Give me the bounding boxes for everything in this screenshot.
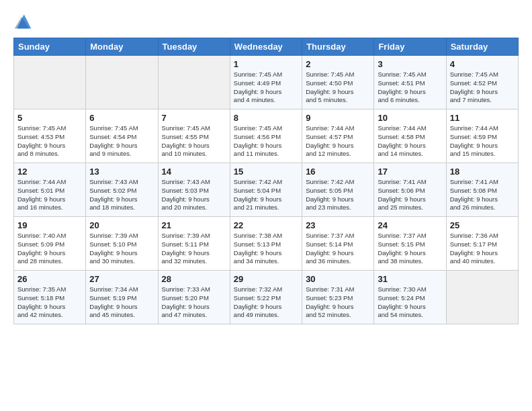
day-number: 24: [378, 220, 442, 230]
calendar-week-4: 19Sunrise: 7:40 AM Sunset: 5:09 PM Dayli…: [14, 217, 519, 271]
calendar-cell: 17Sunrise: 7:41 AM Sunset: 5:06 PM Dayli…: [374, 163, 446, 217]
calendar-cell: 30Sunrise: 7:31 AM Sunset: 5:23 PM Dayli…: [302, 271, 374, 324]
day-number: 9: [306, 113, 370, 123]
calendar-cell: 5Sunrise: 7:45 AM Sunset: 4:53 PM Daylig…: [14, 109, 86, 163]
weekday-header-tuesday: Tuesday: [158, 38, 230, 56]
weekday-header-monday: Monday: [86, 38, 158, 56]
day-number: 26: [17, 274, 82, 284]
weekday-header-row: SundayMondayTuesdayWednesdayThursdayFrid…: [14, 38, 519, 56]
day-number: 13: [89, 167, 154, 177]
day-info: Sunrise: 7:41 AM Sunset: 5:08 PM Dayligh…: [450, 178, 515, 212]
calendar-cell: 19Sunrise: 7:40 AM Sunset: 5:09 PM Dayli…: [14, 217, 86, 271]
calendar-cell: 26Sunrise: 7:35 AM Sunset: 5:18 PM Dayli…: [14, 271, 86, 324]
calendar-cell: [158, 56, 230, 109]
day-info: Sunrise: 7:30 AM Sunset: 5:24 PM Dayligh…: [378, 285, 442, 320]
weekday-header-thursday: Thursday: [302, 38, 374, 56]
calendar-cell: 31Sunrise: 7:30 AM Sunset: 5:24 PM Dayli…: [374, 271, 446, 324]
day-info: Sunrise: 7:45 AM Sunset: 4:54 PM Dayligh…: [89, 124, 154, 158]
calendar-cell: 22Sunrise: 7:38 AM Sunset: 5:13 PM Dayli…: [230, 217, 302, 271]
calendar-cell: 21Sunrise: 7:39 AM Sunset: 5:11 PM Dayli…: [158, 217, 230, 271]
weekday-header-sunday: Sunday: [14, 38, 86, 56]
main-container: SundayMondayTuesdayWednesdayThursdayFrid…: [0, 0, 532, 331]
weekday-header-wednesday: Wednesday: [230, 38, 302, 56]
day-number: 31: [378, 274, 442, 284]
day-info: Sunrise: 7:35 AM Sunset: 5:18 PM Dayligh…: [17, 285, 82, 320]
day-number: 28: [162, 274, 226, 284]
calendar-cell: 28Sunrise: 7:33 AM Sunset: 5:20 PM Dayli…: [158, 271, 230, 324]
day-info: Sunrise: 7:45 AM Sunset: 4:56 PM Dayligh…: [234, 124, 298, 158]
day-number: 30: [306, 274, 370, 284]
weekday-header-friday: Friday: [374, 38, 446, 56]
day-number: 8: [234, 113, 298, 123]
calendar-cell: 10Sunrise: 7:44 AM Sunset: 4:58 PM Dayli…: [374, 109, 446, 163]
day-number: 4: [450, 59, 515, 69]
day-info: Sunrise: 7:37 AM Sunset: 5:14 PM Dayligh…: [306, 232, 370, 266]
day-info: Sunrise: 7:31 AM Sunset: 5:23 PM Dayligh…: [306, 285, 370, 320]
calendar-week-3: 12Sunrise: 7:44 AM Sunset: 5:01 PM Dayli…: [14, 163, 519, 217]
day-number: 15: [234, 167, 298, 177]
day-info: Sunrise: 7:39 AM Sunset: 5:11 PM Dayligh…: [162, 232, 226, 266]
day-info: Sunrise: 7:44 AM Sunset: 5:01 PM Dayligh…: [17, 178, 82, 212]
calendar-cell: 9Sunrise: 7:44 AM Sunset: 4:57 PM Daylig…: [302, 109, 374, 163]
day-info: Sunrise: 7:44 AM Sunset: 4:59 PM Dayligh…: [450, 124, 515, 158]
day-info: Sunrise: 7:45 AM Sunset: 4:49 PM Dayligh…: [234, 71, 298, 105]
calendar-cell: 14Sunrise: 7:43 AM Sunset: 5:03 PM Dayli…: [158, 163, 230, 217]
calendar-cell: 16Sunrise: 7:42 AM Sunset: 5:05 PM Dayli…: [302, 163, 374, 217]
calendar-cell: 18Sunrise: 7:41 AM Sunset: 5:08 PM Dayli…: [446, 163, 518, 217]
day-info: Sunrise: 7:45 AM Sunset: 4:52 PM Dayligh…: [450, 71, 515, 105]
day-number: 6: [89, 113, 154, 123]
day-info: Sunrise: 7:34 AM Sunset: 5:19 PM Dayligh…: [89, 285, 154, 320]
calendar-cell: 20Sunrise: 7:39 AM Sunset: 5:10 PM Dayli…: [86, 217, 158, 271]
day-info: Sunrise: 7:45 AM Sunset: 4:53 PM Dayligh…: [17, 124, 82, 158]
day-number: 10: [378, 113, 442, 123]
calendar-cell: [446, 271, 518, 324]
calendar-cell: 12Sunrise: 7:44 AM Sunset: 5:01 PM Dayli…: [14, 163, 86, 217]
calendar-week-2: 5Sunrise: 7:45 AM Sunset: 4:53 PM Daylig…: [14, 109, 519, 163]
day-number: 20: [89, 220, 154, 230]
calendar-cell: 8Sunrise: 7:45 AM Sunset: 4:56 PM Daylig…: [230, 109, 302, 163]
calendar-week-5: 26Sunrise: 7:35 AM Sunset: 5:18 PM Dayli…: [14, 271, 519, 324]
day-number: 18: [450, 167, 515, 177]
day-number: 2: [306, 59, 370, 69]
calendar-cell: 7Sunrise: 7:45 AM Sunset: 4:55 PM Daylig…: [158, 109, 230, 163]
day-info: Sunrise: 7:44 AM Sunset: 4:57 PM Dayligh…: [306, 124, 370, 158]
calendar-cell: 25Sunrise: 7:36 AM Sunset: 5:17 PM Dayli…: [446, 217, 518, 271]
day-number: 25: [450, 220, 515, 230]
day-number: 11: [450, 113, 515, 123]
day-info: Sunrise: 7:33 AM Sunset: 5:20 PM Dayligh…: [162, 285, 226, 320]
day-info: Sunrise: 7:43 AM Sunset: 5:03 PM Dayligh…: [162, 178, 226, 212]
day-number: 14: [162, 167, 226, 177]
day-number: 17: [378, 167, 442, 177]
calendar-cell: 27Sunrise: 7:34 AM Sunset: 5:19 PM Dayli…: [86, 271, 158, 324]
calendar-cell: 29Sunrise: 7:32 AM Sunset: 5:22 PM Dayli…: [230, 271, 302, 324]
calendar-week-1: 1Sunrise: 7:45 AM Sunset: 4:49 PM Daylig…: [14, 56, 519, 109]
day-number: 22: [234, 220, 298, 230]
day-number: 12: [17, 167, 82, 177]
calendar-cell: [86, 56, 158, 109]
day-info: Sunrise: 7:36 AM Sunset: 5:17 PM Dayligh…: [450, 232, 515, 266]
day-number: 21: [162, 220, 226, 230]
calendar-cell: 24Sunrise: 7:37 AM Sunset: 5:15 PM Dayli…: [374, 217, 446, 271]
calendar-cell: 15Sunrise: 7:42 AM Sunset: 5:04 PM Dayli…: [230, 163, 302, 217]
calendar-table: SundayMondayTuesdayWednesdayThursdayFrid…: [13, 38, 519, 324]
day-number: 1: [234, 59, 298, 69]
calendar-cell: 1Sunrise: 7:45 AM Sunset: 4:49 PM Daylig…: [230, 56, 302, 109]
calendar-cell: 4Sunrise: 7:45 AM Sunset: 4:52 PM Daylig…: [446, 56, 518, 109]
day-info: Sunrise: 7:45 AM Sunset: 4:51 PM Dayligh…: [378, 71, 442, 105]
calendar-cell: 3Sunrise: 7:45 AM Sunset: 4:51 PM Daylig…: [374, 56, 446, 109]
day-info: Sunrise: 7:45 AM Sunset: 4:55 PM Dayligh…: [162, 124, 226, 158]
day-info: Sunrise: 7:42 AM Sunset: 5:04 PM Dayligh…: [234, 178, 298, 212]
calendar-cell: 6Sunrise: 7:45 AM Sunset: 4:54 PM Daylig…: [86, 109, 158, 163]
calendar-cell: [14, 56, 86, 109]
logo-icon: [13, 12, 32, 31]
day-info: Sunrise: 7:40 AM Sunset: 5:09 PM Dayligh…: [17, 232, 82, 266]
calendar-body: 1Sunrise: 7:45 AM Sunset: 4:49 PM Daylig…: [14, 56, 519, 324]
calendar-cell: 13Sunrise: 7:43 AM Sunset: 5:02 PM Dayli…: [86, 163, 158, 217]
day-number: 16: [306, 167, 370, 177]
day-number: 19: [17, 220, 82, 230]
calendar-cell: 11Sunrise: 7:44 AM Sunset: 4:59 PM Dayli…: [446, 109, 518, 163]
day-info: Sunrise: 7:38 AM Sunset: 5:13 PM Dayligh…: [234, 232, 298, 266]
day-info: Sunrise: 7:45 AM Sunset: 4:50 PM Dayligh…: [306, 71, 370, 105]
day-number: 7: [162, 113, 226, 123]
day-info: Sunrise: 7:37 AM Sunset: 5:15 PM Dayligh…: [378, 232, 442, 266]
